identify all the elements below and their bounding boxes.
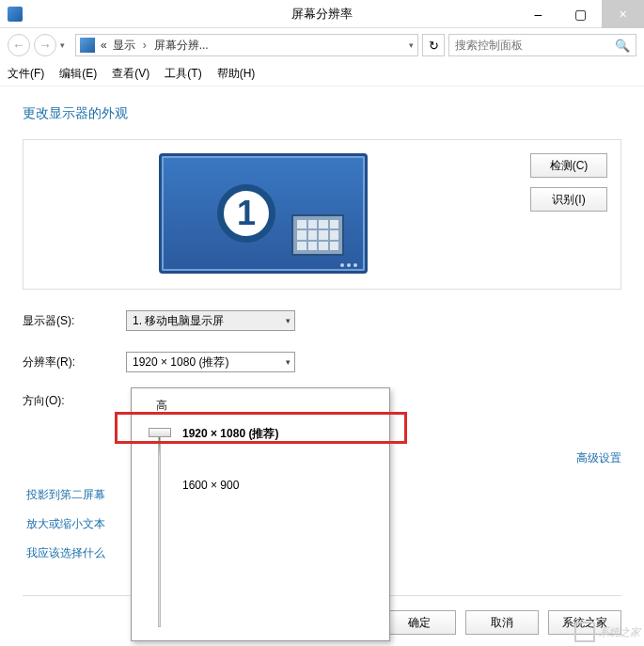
window-title: 屏幕分辨率 <box>291 6 353 23</box>
monitor-preview[interactable]: 1 <box>159 153 368 274</box>
slider-track <box>158 433 161 627</box>
menu-help[interactable]: 帮助(H) <box>217 66 256 82</box>
monitor-number-badge: 1 <box>217 184 275 243</box>
resolution-slider[interactable] <box>149 428 171 635</box>
link-project-second-screen[interactable]: 投影到第二屏幕 <box>26 487 105 503</box>
breadcrumb-display[interactable]: 显示 <box>113 38 135 54</box>
resolution-high-label: 高 <box>132 388 389 414</box>
app-icon <box>8 7 23 22</box>
resolution-option-1600[interactable]: 1600 × 900 <box>182 479 239 492</box>
detect-button[interactable]: 检测(C) <box>530 153 607 178</box>
identify-button[interactable]: 识别(I) <box>530 187 607 212</box>
orientation-label: 方向(O): <box>23 393 126 409</box>
menu-view[interactable]: 查看(V) <box>112 66 149 82</box>
resolution-value: 1920 × 1080 (推荐) <box>133 355 228 370</box>
display-label: 显示器(S): <box>23 313 126 329</box>
chevron-down-icon: ▾ <box>286 316 291 325</box>
ok-button[interactable]: 确定 <box>383 610 456 635</box>
menu-tools[interactable]: 工具(T) <box>165 66 201 82</box>
chevron-down-icon: ▾ <box>286 357 291 367</box>
breadcrumb-sep: › <box>143 39 147 52</box>
advanced-settings-link[interactable]: 高级设置 <box>576 450 621 466</box>
resolution-option-1920[interactable]: 1920 × 1080 (推荐) <box>182 426 278 442</box>
menu-edit[interactable]: 编辑(E) <box>59 66 97 82</box>
resolution-dropdown-popup: 高 1920 × 1080 (推荐) 1600 × 900 <box>131 387 390 641</box>
address-bar[interactable]: « 显示 › 屏幕分辨... ▾ <box>75 34 418 56</box>
minimize-button[interactable]: – <box>517 0 559 28</box>
breadcrumb-resolution[interactable]: 屏幕分辨... <box>154 38 209 54</box>
refresh-button[interactable]: ↻ <box>422 34 445 56</box>
link-text-size[interactable]: 放大或缩小文本 <box>26 516 105 532</box>
search-input[interactable] <box>455 39 615 52</box>
apply-button[interactable]: 系统之家 <box>548 610 621 635</box>
search-icon[interactable]: 🔍 <box>615 39 630 53</box>
monitor-dots-icon <box>340 263 357 267</box>
monitor-preview-area: 1 检测(C) 识别(I) <box>23 139 621 290</box>
back-button[interactable]: ← <box>8 34 30 56</box>
menu-file[interactable]: 文件(F) <box>8 66 44 82</box>
address-dropdown-icon[interactable]: ▾ <box>409 40 414 50</box>
keyboard-icon <box>291 214 344 256</box>
breadcrumb-prefix: « <box>101 39 107 52</box>
maximize-button[interactable]: ▢ <box>559 0 602 28</box>
forward-button[interactable]: → <box>34 34 56 56</box>
page-heading: 更改显示器的外观 <box>23 105 621 122</box>
resolution-label: 分辨率(R): <box>23 355 126 370</box>
search-box[interactable]: 🔍 <box>448 34 636 56</box>
folder-icon <box>80 38 95 53</box>
display-value: 1. 移动电脑显示屏 <box>133 313 224 329</box>
display-select[interactable]: 1. 移动电脑显示屏 ▾ <box>126 310 295 331</box>
resolution-select[interactable]: 1920 × 1080 (推荐) ▾ <box>126 352 295 372</box>
nav-history-dropdown[interactable]: ▾ <box>60 40 71 50</box>
cancel-button[interactable]: 取消 <box>465 610 539 635</box>
close-button[interactable]: × <box>602 0 644 28</box>
link-what-to-choose[interactable]: 我应该选择什么 <box>26 545 105 561</box>
slider-thumb[interactable] <box>149 428 171 437</box>
